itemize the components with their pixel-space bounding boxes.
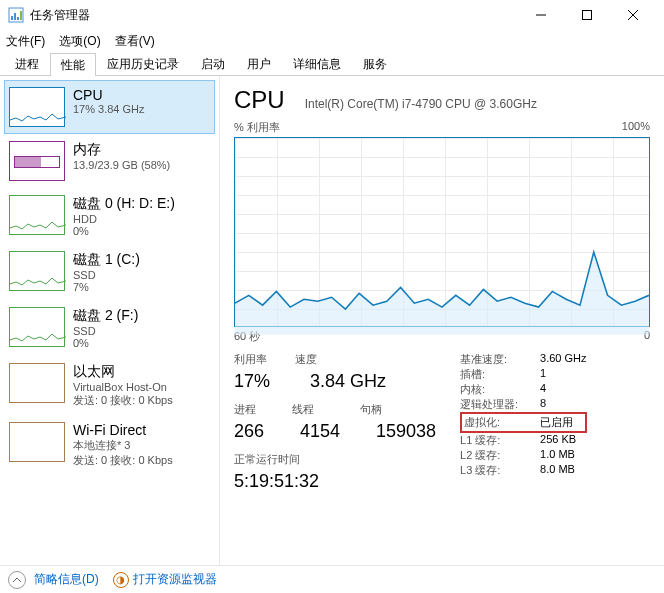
lp-value: 8 (540, 397, 546, 412)
sidebar: CPU17% 3.84 GHz内存13.9/23.9 GB (58%)磁盘 0 … (0, 76, 220, 565)
cores-label: 内核: (460, 382, 530, 397)
thumb-cpu (9, 87, 65, 127)
l1-value: 256 KB (540, 433, 576, 448)
svg-rect-3 (17, 17, 19, 20)
sidebar-sub: HDD (73, 213, 175, 225)
titlebar: 任务管理器 (0, 0, 664, 30)
sidebar-title: 以太网 (73, 363, 173, 381)
chart-ylabel: % 利用率 (234, 120, 280, 135)
speed-value: 3.84 GHz (310, 371, 386, 392)
thread-value: 4154 (300, 421, 358, 442)
sidebar-sub2: 0% (73, 225, 175, 237)
resource-monitor-icon: ◑ (113, 572, 129, 588)
thumb-wifi (9, 422, 65, 462)
cores-value: 4 (540, 382, 546, 397)
thumb-disk (9, 251, 65, 291)
tab-services[interactable]: 服务 (352, 52, 398, 75)
sidebar-sub: 17% 3.84 GHz (73, 103, 145, 115)
thumb-mem (9, 141, 65, 181)
thumb-disk (9, 307, 65, 347)
virt-label: 虚拟化: (464, 415, 530, 430)
sidebar-sub2: 发送: 0 接收: 0 Kbps (73, 453, 173, 468)
svg-marker-9 (235, 252, 649, 335)
main-panel: CPU Intel(R) Core(TM) i7-4790 CPU @ 3.60… (220, 76, 664, 565)
app-icon (8, 7, 24, 23)
svg-rect-2 (14, 13, 16, 20)
cpu-heading: CPU (234, 86, 285, 114)
sidebar-sub: SSD (73, 325, 138, 337)
tab-users[interactable]: 用户 (236, 52, 282, 75)
thumb-disk (9, 195, 65, 235)
sockets-value: 1 (540, 367, 546, 382)
sidebar-sub: VirtualBox Host-On (73, 381, 173, 393)
lp-label: 逻辑处理器: (460, 397, 530, 412)
speed-label: 速度 (295, 352, 317, 367)
base-speed-label: 基准速度: (460, 352, 530, 367)
tab-app-history[interactable]: 应用历史记录 (96, 52, 190, 75)
sidebar-title: 磁盘 2 (F:) (73, 307, 138, 325)
menu-file[interactable]: 文件(F) (6, 33, 45, 50)
handle-label: 句柄 (360, 402, 382, 417)
resource-monitor-link[interactable]: 打开资源监视器 (133, 571, 217, 588)
chart-ymax: 100% (622, 120, 650, 135)
l2-value: 1.0 MB (540, 448, 575, 463)
maximize-button[interactable] (564, 0, 610, 30)
uptime-value: 5:19:51:32 (234, 471, 436, 492)
sidebar-item-disk-4[interactable]: 磁盘 2 (F:)SSD0% (4, 300, 215, 356)
sidebar-item-wifi-6[interactable]: Wi-Fi Direct本地连接* 3发送: 0 接收: 0 Kbps (4, 415, 215, 475)
thumb-eth (9, 363, 65, 403)
l2-label: L2 缓存: (460, 448, 530, 463)
svg-rect-1 (11, 16, 13, 20)
sidebar-title: Wi-Fi Direct (73, 422, 173, 438)
tabs: 进程 性能 应用历史记录 启动 用户 详细信息 服务 (0, 52, 664, 76)
collapse-icon[interactable] (8, 571, 26, 589)
menubar: 文件(F) 选项(O) 查看(V) (0, 30, 664, 52)
cpu-details: 基准速度:3.60 GHz 插槽:1 内核:4 逻辑处理器:8 虚拟化:已启用 … (460, 352, 586, 492)
sidebar-item-disk-2[interactable]: 磁盘 0 (H: D: E:)HDD0% (4, 188, 215, 244)
sockets-label: 插槽: (460, 367, 530, 382)
sidebar-title: 内存 (73, 141, 170, 159)
sidebar-title: 磁盘 0 (H: D: E:) (73, 195, 175, 213)
uptime-label: 正常运行时间 (234, 452, 436, 467)
footer: 简略信息(D) ◑ 打开资源监视器 (0, 565, 664, 593)
sidebar-item-mem-1[interactable]: 内存13.9/23.9 GB (58%) (4, 134, 215, 188)
sidebar-item-eth-5[interactable]: 以太网VirtualBox Host-On发送: 0 接收: 0 Kbps (4, 356, 215, 415)
proc-label: 进程 (234, 402, 264, 417)
sidebar-sub: SSD (73, 269, 140, 281)
tab-processes[interactable]: 进程 (4, 52, 50, 75)
tab-performance[interactable]: 性能 (50, 53, 96, 76)
svg-rect-6 (583, 11, 592, 20)
sidebar-sub2: 7% (73, 281, 140, 293)
sidebar-item-disk-3[interactable]: 磁盘 1 (C:)SSD7% (4, 244, 215, 300)
close-button[interactable] (610, 0, 656, 30)
menu-options[interactable]: 选项(O) (59, 33, 100, 50)
l3-value: 8.0 MB (540, 463, 575, 478)
virtualization-row: 虚拟化:已启用 (460, 412, 586, 433)
sidebar-sub2: 0% (73, 337, 138, 349)
sidebar-sub2: 发送: 0 接收: 0 Kbps (73, 393, 173, 408)
cpu-model: Intel(R) Core(TM) i7-4790 CPU @ 3.60GHz (305, 97, 537, 111)
fewer-details-link[interactable]: 简略信息(D) (34, 571, 99, 588)
sidebar-title: 磁盘 1 (C:) (73, 251, 140, 269)
sidebar-sub: 本地连接* 3 (73, 438, 173, 453)
l3-label: L3 缓存: (460, 463, 530, 478)
util-value: 17% (234, 371, 292, 392)
thread-label: 线程 (292, 402, 332, 417)
virt-value: 已启用 (540, 415, 573, 430)
proc-value: 266 (234, 421, 282, 442)
minimize-button[interactable] (518, 0, 564, 30)
tab-details[interactable]: 详细信息 (282, 52, 352, 75)
handle-value: 159038 (376, 421, 436, 442)
cpu-chart (234, 137, 650, 327)
util-label: 利用率 (234, 352, 267, 367)
sidebar-title: CPU (73, 87, 145, 103)
menu-view[interactable]: 查看(V) (115, 33, 155, 50)
sidebar-sub: 13.9/23.9 GB (58%) (73, 159, 170, 171)
tab-startup[interactable]: 启动 (190, 52, 236, 75)
l1-label: L1 缓存: (460, 433, 530, 448)
svg-rect-4 (20, 11, 22, 20)
base-speed-value: 3.60 GHz (540, 352, 586, 367)
window-title: 任务管理器 (30, 7, 518, 24)
sidebar-item-cpu-0[interactable]: CPU17% 3.84 GHz (4, 80, 215, 134)
